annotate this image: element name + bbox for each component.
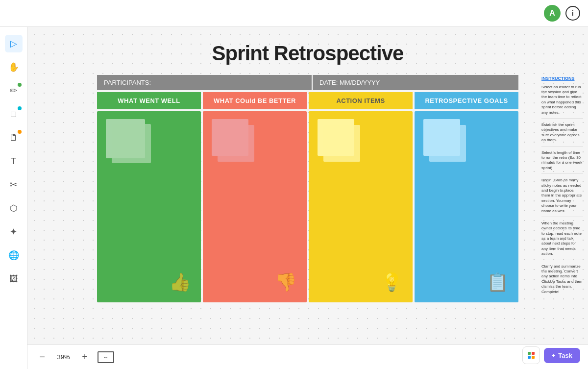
svg-rect-1 <box>532 352 535 355</box>
instructions-panel: INSTRUCTIONS Select an leader to run the… <box>541 76 583 301</box>
svg-rect-3 <box>532 356 535 359</box>
thumbs-up-icon: 👍 <box>169 272 191 293</box>
image-icon[interactable]: 🖼 <box>5 270 23 288</box>
instruction-3: Select a length of time to run the retro… <box>541 150 583 174</box>
shape-icon[interactable]: □ <box>5 105 23 123</box>
pen-dot <box>18 83 22 87</box>
note-dot <box>18 130 22 134</box>
col-header-could-be-better: WHAT COuld BE BETTER <box>203 92 307 109</box>
sticky-note[interactable] <box>218 125 254 162</box>
shape-dot <box>18 106 22 110</box>
lightbulb-icon: 💡 <box>381 272 403 293</box>
info-button[interactable]: i <box>565 6 580 21</box>
hand-icon[interactable]: ✋ <box>5 58 23 76</box>
canvas-area: Sprint Retrospective PARTICIPANTS:______… <box>27 27 588 344</box>
clipboard-icon: 📋 <box>487 272 509 293</box>
connect-icon[interactable]: ⬡ <box>5 199 23 217</box>
fit-button[interactable]: ↔ <box>98 351 114 363</box>
star-icon[interactable]: ✦ <box>5 223 23 241</box>
thumbs-down-icon: 👎 <box>275 272 297 293</box>
instruction-5: When the meeting owner decides its time … <box>541 221 583 260</box>
globe-icon[interactable]: 🌐 <box>5 246 23 264</box>
sticky-note[interactable] <box>323 125 360 162</box>
instruction-1: Select an leader to run the session and … <box>541 85 583 119</box>
avatar[interactable]: A <box>544 5 561 22</box>
bottom-right-buttons: + Task <box>522 346 580 364</box>
columns-header: WHAT WENT WELL WHAT COuld BE BETTER ACTI… <box>97 92 518 109</box>
header-row: PARTICIPANTS:____________ DATE: MM/DD/YY… <box>97 75 518 90</box>
sticky-note[interactable] <box>429 125 466 162</box>
note-icon[interactable]: 🗒 <box>5 129 23 147</box>
pen-icon[interactable]: ✏ <box>5 82 23 99</box>
svg-rect-2 <box>528 356 531 359</box>
svg-rect-0 <box>528 352 531 355</box>
instruction-6: Clarify and summarize the meeting. Conve… <box>541 264 583 297</box>
col-header-retro-goals: RETROSPECTIVE GOALS <box>415 92 518 109</box>
col-body-went-well[interactable]: 👍 <box>97 111 201 302</box>
add-task-prefix: + <box>552 352 556 359</box>
cursor-icon[interactable]: ▷ <box>5 35 23 52</box>
clickup-icon-button[interactable] <box>522 346 540 364</box>
edit-icon[interactable]: ✂ <box>5 176 23 194</box>
participants-field[interactable]: PARTICIPANTS:____________ <box>97 75 313 90</box>
board-container: PARTICIPANTS:____________ DATE: MM/DD/YY… <box>97 75 518 302</box>
zoom-out-button[interactable]: − <box>35 350 49 364</box>
main-content: Sprint Retrospective PARTICIPANTS:______… <box>27 27 588 344</box>
col-header-action-items: ACTION ITEMS <box>309 92 413 109</box>
text-icon[interactable]: T <box>5 152 23 170</box>
col-header-went-well: WHAT WENT WELL <box>97 92 201 109</box>
left-sidebar: ▷ ✋ ✏ □ 🗒 T ✂ ⬡ ✦ 🌐 🖼 <box>0 27 27 369</box>
instructions-title: INSTRUCTIONS <box>541 76 583 82</box>
instruction-2: Establish the sprint objectives and make… <box>541 123 583 147</box>
col-body-action-items[interactable]: 💡 <box>309 111 413 302</box>
date-field[interactable]: DATE: MM/DD/YYYY <box>313 75 518 90</box>
sticky-note[interactable] <box>112 124 151 163</box>
bottom-bar: − 39% + ↔ + Task <box>27 344 588 369</box>
col-body-could-be-better[interactable]: 👎 <box>203 111 307 302</box>
add-task-button[interactable]: + Task <box>544 348 580 363</box>
page-title: Sprint Retrospective <box>212 42 404 65</box>
col-body-retro-goals[interactable]: 📋 <box>415 111 518 302</box>
zoom-level-display: 39% <box>55 353 72 361</box>
instruction-4: Begin! Grab as many sticky notes as need… <box>541 178 583 217</box>
columns-body: 👍 👎 💡 📋 <box>97 111 518 302</box>
top-bar: A i <box>0 0 588 27</box>
add-task-label: Task <box>558 352 572 359</box>
zoom-in-button[interactable]: + <box>78 350 92 364</box>
